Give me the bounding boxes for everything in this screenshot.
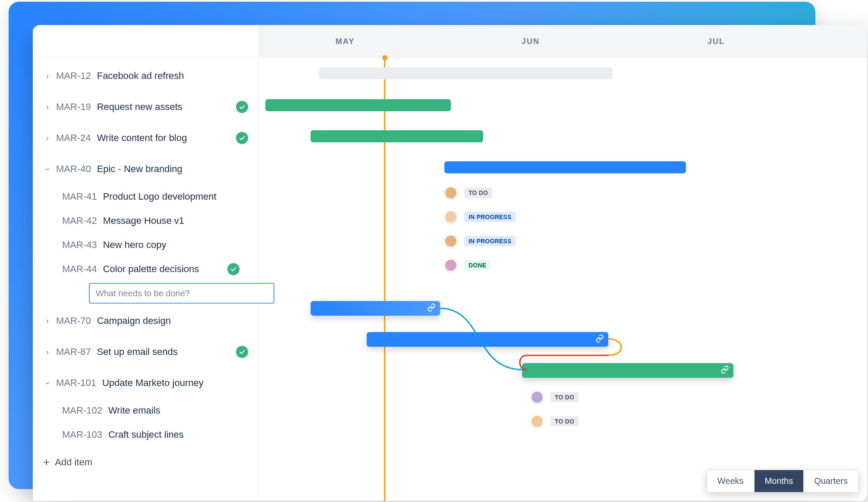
issue-key: MAR-40	[56, 163, 91, 175]
done-check-icon	[236, 101, 248, 113]
issue-title: Set up email sends	[97, 346, 178, 358]
gantt-bar[interactable]	[522, 363, 733, 378]
issue-title: Campaign design	[97, 315, 171, 326]
month-label: JUN	[522, 37, 540, 46]
status-badge[interactable]: IN PROGRESS	[464, 236, 516, 246]
chevron-down-icon[interactable]: ›	[43, 379, 52, 387]
issue-title: Write emails	[108, 405, 160, 416]
month-label: JUL	[708, 37, 725, 46]
issue-key: MAR-101	[56, 377, 96, 389]
month-label: MAY	[336, 37, 355, 46]
avatar[interactable]	[444, 235, 457, 248]
issue-row[interactable]: › MAR-87 Set up email sends	[33, 336, 258, 367]
link-icon	[427, 303, 436, 314]
issue-row[interactable]: › MAR-101 Update Marketo journey	[33, 367, 258, 398]
issue-key: MAR-103	[62, 429, 102, 440]
zoom-weeks-button[interactable]: Weeks	[707, 470, 754, 492]
issue-row[interactable]: › MAR-70 Campaign design	[33, 305, 258, 336]
avatar[interactable]	[444, 259, 457, 272]
issue-row[interactable]: › MAR-12 Facebook ad refresh	[33, 60, 258, 91]
issue-title: Update Marketo journey	[102, 377, 204, 389]
today-marker-icon	[382, 55, 387, 60]
avatar[interactable]	[531, 391, 544, 404]
task-meta: IN PROGRESS	[444, 235, 516, 248]
done-check-icon	[236, 346, 248, 358]
done-check-icon	[236, 132, 248, 144]
zoom-quarters-button[interactable]: Quarters	[803, 470, 858, 492]
status-badge[interactable]: TO DO	[550, 416, 579, 427]
avatar[interactable]	[444, 210, 457, 223]
avatar[interactable]	[531, 415, 544, 428]
chevron-right-icon[interactable]: ›	[43, 317, 52, 326]
link-icon	[595, 334, 604, 345]
avatar[interactable]	[444, 186, 457, 199]
issue-title: Message House v1	[103, 215, 184, 226]
zoom-control: Weeks Months Quarters	[707, 470, 859, 493]
issue-title: Product Logo development	[103, 191, 217, 202]
issue-title: Facebook ad refresh	[97, 70, 184, 82]
issue-subrow[interactable]: MAR-44 Color palette decisions	[33, 257, 258, 281]
issue-key: MAR-19	[56, 101, 91, 113]
status-badge[interactable]: DONE	[464, 260, 491, 270]
issue-list-sidebar: › MAR-12 Facebook ad refresh › MAR-19 Re…	[33, 58, 259, 501]
gantt-bar[interactable]	[311, 130, 483, 142]
issue-key: MAR-44	[62, 264, 97, 275]
sidebar-header	[33, 25, 259, 57]
today-line	[384, 58, 385, 501]
gantt-bar[interactable]	[319, 67, 613, 79]
issue-key: MAR-43	[62, 239, 97, 251]
add-item-label: Add item	[55, 457, 92, 468]
issue-key: MAR-70	[56, 315, 91, 326]
issue-title: Craft subject lines	[108, 429, 184, 440]
roadmap-panel: MAY JUN JUL › MAR-12 Facebook ad refresh…	[33, 25, 867, 501]
new-task-input[interactable]	[89, 283, 274, 304]
issue-key: MAR-87	[56, 346, 91, 358]
dependency-lines	[259, 58, 867, 501]
issue-row[interactable]: › MAR-24 Write content for blog	[33, 122, 258, 154]
issue-subrow[interactable]: MAR-41 Product Logo development	[33, 185, 258, 209]
issue-key: MAR-24	[56, 132, 91, 144]
chevron-right-icon[interactable]: ›	[43, 134, 52, 143]
task-meta: TO DO	[531, 391, 579, 404]
issue-subrow[interactable]: MAR-42 Message House v1	[33, 209, 258, 233]
done-check-icon	[227, 263, 239, 275]
status-badge[interactable]: TO DO	[464, 188, 492, 198]
status-badge[interactable]: IN PROGRESS	[464, 212, 516, 222]
chevron-right-icon[interactable]: ›	[43, 72, 52, 81]
add-item-button[interactable]: + Add item	[33, 447, 258, 469]
issue-title: New hero copy	[103, 239, 167, 251]
chevron-right-icon[interactable]: ›	[43, 348, 52, 357]
new-task-input-row	[33, 281, 258, 305]
issue-key: MAR-12	[56, 70, 91, 82]
timeline-header: MAY JUN JUL	[33, 25, 867, 58]
gantt-bar[interactable]	[444, 161, 686, 173]
chevron-right-icon[interactable]: ›	[43, 103, 52, 112]
issue-title: Request new assets	[97, 101, 182, 113]
zoom-months-button[interactable]: Months	[754, 470, 804, 492]
issue-subrow[interactable]: MAR-43 New hero copy	[33, 233, 258, 257]
issue-title: Epic - New branding	[97, 163, 182, 175]
timeline-months-header: MAY JUN JUL	[259, 25, 867, 57]
issue-title: Color palette decisions	[103, 264, 199, 275]
issue-row[interactable]: › MAR-40 Epic - New branding	[33, 154, 258, 185]
issue-key: MAR-102	[62, 405, 102, 416]
plus-icon: +	[43, 455, 50, 469]
task-meta: IN PROGRESS	[444, 210, 516, 223]
issue-subrow[interactable]: MAR-102 Write emails	[33, 398, 258, 423]
issue-title: Write content for blog	[97, 132, 187, 144]
timeline-canvas[interactable]: TO DO IN PROGRESS IN PROGRESS DONE TO DO…	[259, 58, 867, 501]
issue-subrow[interactable]: MAR-103 Craft subject lines	[33, 423, 258, 447]
status-badge[interactable]: TO DO	[550, 392, 579, 402]
task-meta: TO DO	[531, 415, 579, 428]
issue-row[interactable]: › MAR-19 Request new assets	[33, 91, 258, 122]
task-meta: TO DO	[444, 186, 492, 199]
issue-key: MAR-42	[62, 215, 97, 226]
issue-key: MAR-41	[62, 191, 97, 202]
gantt-bar[interactable]	[265, 99, 451, 111]
chevron-down-icon[interactable]: ›	[43, 165, 52, 173]
gantt-bar[interactable]	[311, 301, 440, 316]
task-meta: DONE	[444, 259, 491, 272]
gantt-bar[interactable]	[367, 332, 608, 347]
link-icon	[720, 365, 729, 376]
